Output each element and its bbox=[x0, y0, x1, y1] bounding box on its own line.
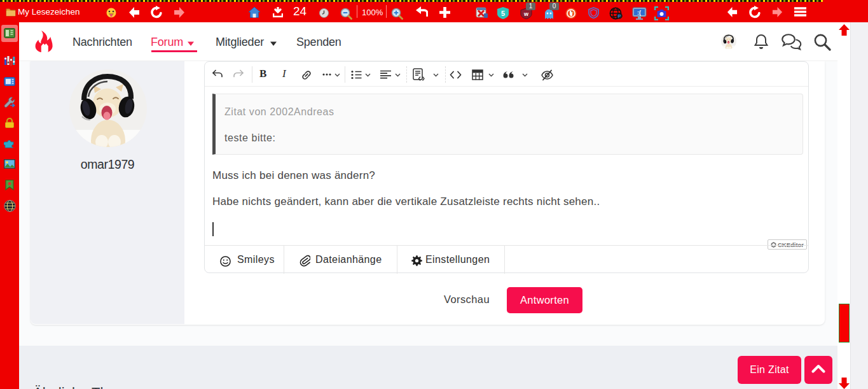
svg-text:w: w bbox=[523, 11, 529, 17]
svg-text::(: :( bbox=[637, 10, 641, 16]
svg-text:5: 5 bbox=[501, 10, 505, 17]
svg-text:P: P bbox=[617, 13, 621, 19]
